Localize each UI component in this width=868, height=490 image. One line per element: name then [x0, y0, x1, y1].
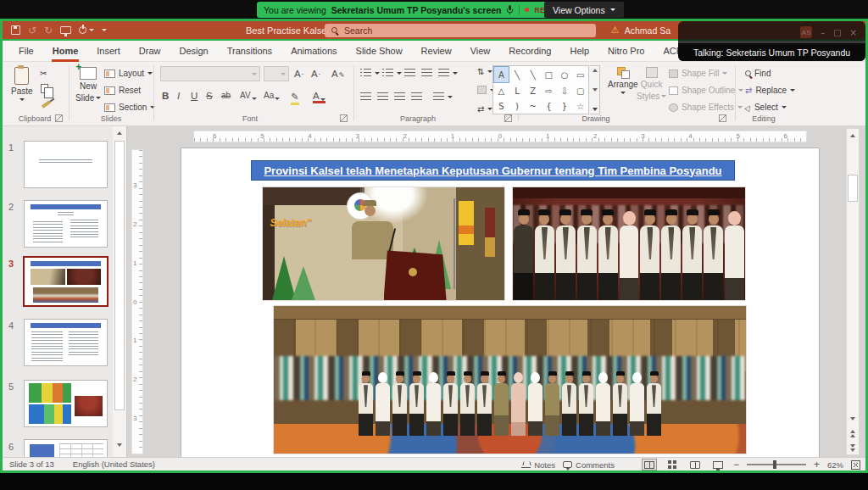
slide-thumbnail-5[interactable]	[24, 380, 108, 427]
layout-button[interactable]: Layout	[104, 69, 153, 78]
shape-line[interactable]: ╲	[509, 66, 526, 83]
slideshow-view-button[interactable]	[710, 459, 726, 471]
officials-lineup-photo[interactable]	[512, 187, 746, 301]
language-indicator[interactable]: English (United States)	[73, 459, 155, 469]
shape-scribble[interactable]: S	[493, 98, 509, 114]
slide-title-textbox[interactable]: Provinsi Kalsel telah Menetapkan Keputus…	[251, 160, 735, 181]
quick-styles-button[interactable]: Quick Styles	[637, 67, 666, 101]
shape-arrow-right[interactable]: ⇨	[541, 83, 557, 98]
shape-elbow-connector[interactable]: L	[509, 83, 526, 98]
tab-slide-show[interactable]: Slide Show	[347, 41, 412, 62]
shape-rectangle[interactable]: □	[541, 66, 557, 83]
paste-button[interactable]: Paste	[11, 67, 33, 101]
cut-button[interactable]: ✂	[40, 69, 47, 78]
shape-elbow-arrow[interactable]: Z	[525, 83, 541, 98]
shape-effects-button[interactable]: Shape Effects	[669, 103, 743, 112]
thumbnail-panel-scrollbar[interactable]	[113, 126, 126, 457]
italic-button[interactable]: I	[177, 91, 180, 101]
bold-button[interactable]: B	[162, 91, 169, 101]
scroll-down-icon[interactable]	[593, 88, 598, 92]
tab-design[interactable]: Design	[170, 41, 217, 62]
format-painter-button[interactable]	[42, 103, 51, 106]
reading-view-button[interactable]	[687, 459, 703, 471]
align-center-button[interactable]	[377, 92, 388, 101]
tab-review[interactable]: Review	[412, 41, 461, 62]
text-highlight-button[interactable]: ✎	[291, 91, 299, 105]
align-right-button[interactable]	[394, 92, 405, 101]
scroll-down-icon[interactable]	[847, 412, 859, 425]
arrange-button[interactable]: Arrange	[608, 67, 638, 94]
scroll-up-icon[interactable]	[847, 129, 859, 142]
slide-thumbnail-3[interactable]	[23, 256, 108, 307]
touch-mode-icon[interactable]	[79, 25, 94, 36]
tab-transitions[interactable]: Transitions	[218, 41, 281, 62]
undo-icon[interactable]: ↺	[28, 25, 36, 36]
numbering-button[interactable]	[382, 69, 402, 77]
warning-icon[interactable]: ⚠	[611, 25, 620, 36]
next-slide-button[interactable]	[847, 442, 859, 454]
shapes-gallery-scrollbar[interactable]	[590, 65, 600, 114]
start-slideshow-icon[interactable]	[60, 26, 71, 34]
zoom-out-button[interactable]: −	[733, 459, 739, 471]
shrink-font-button[interactable]: Aˇ	[311, 69, 320, 79]
underline-button[interactable]: U	[191, 91, 198, 101]
redo-icon[interactable]: ↻	[44, 25, 53, 36]
font-size-combobox[interactable]	[264, 66, 289, 81]
search-box[interactable]	[325, 24, 596, 37]
previous-slide-button[interactable]	[847, 427, 859, 440]
tab-recording[interactable]: Recording	[499, 41, 560, 62]
fit-to-window-icon[interactable]	[851, 460, 860, 470]
shape-left-brace[interactable]: {	[541, 98, 557, 114]
drawing-dialog-launcher-icon[interactable]	[719, 114, 726, 122]
strikethrough-button[interactable]: S	[206, 91, 213, 101]
panel-scroll-thumb[interactable]	[114, 141, 125, 410]
zoom-in-button[interactable]: +	[814, 459, 820, 471]
shape-textbox[interactable]: A	[493, 66, 509, 83]
gallery-more-icon[interactable]	[593, 108, 598, 111]
columns-button[interactable]	[433, 92, 453, 101]
font-color-button[interactable]: A	[313, 91, 326, 103]
convert-smartart-button[interactable]: ⇄	[477, 104, 492, 114]
tab-home[interactable]: Home	[43, 41, 88, 62]
tab-insert[interactable]: Insert	[87, 41, 130, 62]
section-button[interactable]: Section	[104, 103, 155, 112]
search-input[interactable]	[342, 25, 563, 36]
tab-nitro-pro[interactable]: Nitro Pro	[598, 41, 654, 62]
normal-view-button[interactable]	[642, 459, 657, 471]
slide-thumbnail-1[interactable]	[24, 141, 108, 188]
notes-button[interactable]: Notes	[521, 460, 555, 470]
font-dialog-launcher-icon[interactable]	[340, 114, 348, 122]
panel-scroll-up-icon[interactable]	[113, 126, 126, 139]
bullets-button[interactable]	[360, 69, 380, 77]
shape-triangle[interactable]: △	[493, 83, 509, 98]
slide-thumbnail-6[interactable]	[24, 439, 108, 457]
save-icon[interactable]	[11, 25, 20, 35]
reset-button[interactable]: Reset	[104, 86, 141, 95]
shape-arc[interactable]: )	[509, 98, 526, 114]
tab-file[interactable]: File	[9, 41, 43, 62]
hall-group-photo[interactable]	[273, 305, 747, 454]
zoom-slider-thumb[interactable]	[773, 460, 776, 469]
view-options-button[interactable]: View Options	[544, 2, 624, 18]
slide-thumbnail-2[interactable]	[24, 200, 108, 248]
shape-rounded-rectangle[interactable]: ▭	[572, 66, 588, 83]
slide-sorter-view-button[interactable]	[665, 459, 680, 471]
paragraph-dialog-launcher-icon[interactable]	[504, 114, 512, 122]
align-left-button[interactable]	[360, 92, 371, 101]
copy-button[interactable]	[41, 84, 48, 93]
shape-arrow-down[interactable]: ⇩	[557, 83, 573, 98]
tab-animations[interactable]: Animations	[281, 41, 346, 62]
strikethrough-ab-icon[interactable]: ab	[221, 91, 231, 100]
shape-callout[interactable]: ▢	[572, 83, 588, 98]
new-slide-button[interactable]: New Slide	[75, 67, 101, 103]
font-name-combobox[interactable]	[160, 66, 260, 81]
zoom-slider[interactable]	[747, 464, 806, 465]
replace-button[interactable]: ⇄Replace	[745, 86, 795, 95]
select-button[interactable]: ▷Select	[745, 103, 787, 112]
clear-formatting-button[interactable]: A✎	[331, 69, 344, 79]
customize-qat-icon[interactable]	[102, 29, 107, 31]
scroll-thumb[interactable]	[848, 175, 858, 202]
change-case-button[interactable]: Aa	[264, 91, 280, 100]
comments-button[interactable]: Comments	[563, 460, 615, 470]
find-button[interactable]: Find	[745, 69, 771, 78]
